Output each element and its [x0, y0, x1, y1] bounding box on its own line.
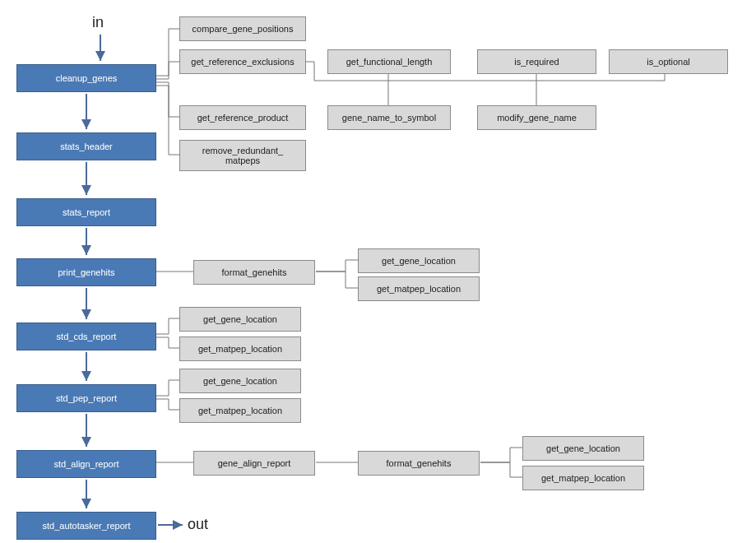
- in-label: in: [92, 14, 104, 31]
- node-get-gene-location-3: get_gene_location: [179, 369, 301, 393]
- node-remove-redundant-matpeps: remove_redundant_ matpeps: [179, 140, 306, 171]
- node-modify-gene-name: modify_gene_name: [477, 105, 596, 130]
- node-std-autotasker-report: std_autotasker_report: [16, 512, 156, 540]
- node-get-reference-product: get_reference_product: [179, 105, 306, 130]
- node-get-gene-location-2: get_gene_location: [179, 307, 301, 332]
- node-is-optional: is_optional: [609, 49, 728, 74]
- node-is-required: is_required: [477, 49, 596, 74]
- node-std-pep-report: std_pep_report: [16, 384, 156, 412]
- node-std-cds-report: std_cds_report: [16, 323, 156, 350]
- node-get-gene-location-4: get_gene_location: [522, 436, 644, 461]
- node-compare-gene-positions: compare_gene_positions: [179, 16, 306, 41]
- node-format-genehits-2: format_genehits: [358, 451, 480, 476]
- node-gene-name-to-symbol: gene_name_to_symbol: [327, 105, 451, 130]
- diagram-canvas: in out cleanup_genes stats_header stats_…: [0, 0, 756, 543]
- node-stats-report: stats_report: [16, 198, 156, 226]
- node-print-genehits: print_genehits: [16, 258, 156, 286]
- node-format-genehits-1: format_genehits: [193, 260, 315, 285]
- node-std-align-report: std_align_report: [16, 450, 156, 478]
- node-get-matpep-location-4: get_matpep_location: [522, 466, 644, 490]
- node-cleanup-genes: cleanup_genes: [16, 64, 156, 92]
- node-get-gene-location-1: get_gene_location: [358, 248, 480, 273]
- node-gene-align-report: gene_align_report: [193, 451, 315, 476]
- node-get-matpep-location-2: get_matpep_location: [179, 336, 301, 361]
- node-get-matpep-location-3: get_matpep_location: [179, 398, 301, 423]
- node-stats-header: stats_header: [16, 132, 156, 160]
- node-get-reference-exclusions: get_reference_exclusions: [179, 49, 306, 74]
- out-label: out: [188, 516, 208, 533]
- node-get-matpep-location-1: get_matpep_location: [358, 276, 480, 301]
- node-get-functional-length: get_functional_length: [327, 49, 451, 74]
